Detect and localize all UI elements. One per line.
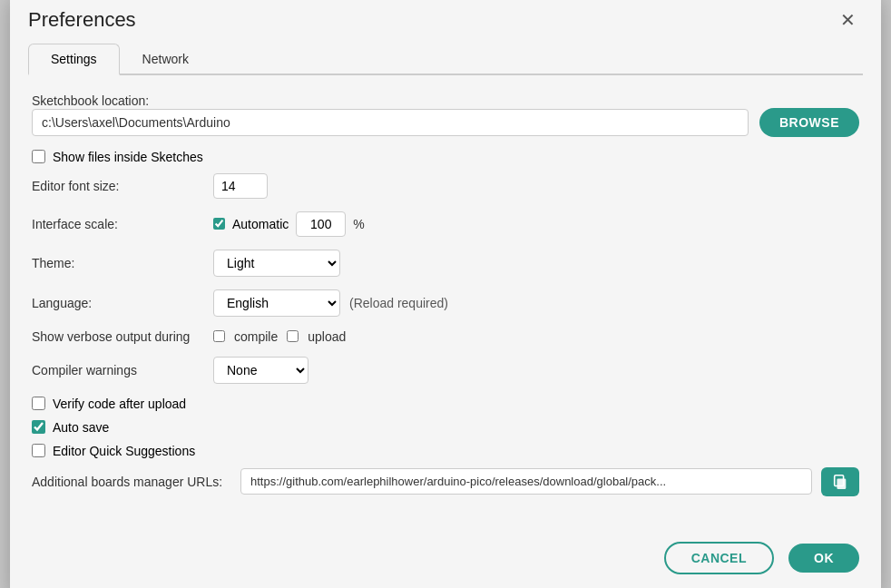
interface-scale-label: Interface scale: xyxy=(32,217,213,231)
percent-label: % xyxy=(353,217,364,231)
verbose-controls: compile upload xyxy=(213,329,346,344)
theme-select[interactable]: Light Dark xyxy=(213,250,340,277)
compiler-warnings-select[interactable]: None Default More All xyxy=(213,357,308,384)
tab-network[interactable]: Network xyxy=(120,44,211,75)
verify-code-label: Verify code after upload xyxy=(53,397,186,411)
auto-save-checkbox[interactable] xyxy=(32,420,45,434)
tab-bar: Settings Network xyxy=(28,42,863,75)
copy-url-button[interactable] xyxy=(821,467,859,496)
font-size-label: Editor font size: xyxy=(32,179,213,193)
verify-code-checkbox[interactable] xyxy=(32,397,45,410)
auto-save-row: Auto save xyxy=(32,420,859,435)
svg-rect-0 xyxy=(837,478,846,489)
show-files-checkbox[interactable] xyxy=(32,150,45,163)
reload-note: (Reload required) xyxy=(349,296,448,310)
font-size-input[interactable] xyxy=(213,173,268,199)
font-size-row: Editor font size: xyxy=(32,173,859,199)
settings-content: Sketchbook location: BROWSE Show files i… xyxy=(10,75,881,527)
verify-code-row: Verify code after upload xyxy=(32,397,859,411)
compiler-warnings-label: Compiler warnings xyxy=(32,363,213,377)
verbose-compile-checkbox[interactable] xyxy=(213,330,225,342)
show-files-label: Show files inside Sketches xyxy=(53,150,203,164)
dialog-header: Preferences ✕ xyxy=(10,0,881,33)
show-files-row: Show files inside Sketches xyxy=(32,150,859,164)
scale-controls: Automatic % xyxy=(213,211,365,237)
compiler-warnings-row: Compiler warnings None Default More All xyxy=(32,357,859,384)
auto-save-label: Auto save xyxy=(53,420,109,435)
verbose-label: Show verbose output during xyxy=(32,329,213,344)
verbose-row: Show verbose output during compile uploa… xyxy=(32,329,859,344)
close-button[interactable]: ✕ xyxy=(833,7,863,33)
compile-label: compile xyxy=(234,329,278,344)
automatic-checkbox[interactable] xyxy=(213,218,225,230)
theme-row: Theme: Light Dark xyxy=(32,250,859,277)
sketchbook-location-section: Sketchbook location: BROWSE xyxy=(32,93,859,142)
urls-row: Additional boards manager URLs: xyxy=(32,467,859,496)
preferences-dialog: Preferences ✕ Settings Network Sketchboo… xyxy=(10,0,881,588)
dialog-title: Preferences xyxy=(28,8,136,32)
interface-scale-row: Interface scale: Automatic % xyxy=(32,211,859,237)
urls-label: Additional boards manager URLs: xyxy=(32,475,240,489)
verbose-upload-checkbox[interactable] xyxy=(287,330,299,342)
dialog-footer: CANCEL OK xyxy=(10,527,881,589)
copy-icon xyxy=(832,474,848,490)
automatic-label: Automatic xyxy=(232,217,289,231)
sketchbook-path-row: BROWSE xyxy=(32,108,859,137)
urls-input[interactable] xyxy=(240,468,812,495)
scale-input[interactable] xyxy=(296,211,346,237)
language-row: Language: English Deutsch Español França… xyxy=(32,289,859,317)
language-label: Language: xyxy=(32,296,213,310)
sketchbook-path-input[interactable] xyxy=(32,109,749,136)
language-select[interactable]: English Deutsch Español Français xyxy=(213,289,340,317)
quick-suggestions-row: Editor Quick Suggestions xyxy=(32,444,859,458)
ok-button[interactable]: OK xyxy=(788,544,859,573)
theme-label: Theme: xyxy=(32,256,213,270)
cancel-button[interactable]: CANCEL xyxy=(664,542,774,574)
browse-button[interactable]: BROWSE xyxy=(759,108,859,137)
upload-label: upload xyxy=(308,329,346,344)
quick-suggestions-label: Editor Quick Suggestions xyxy=(53,444,195,458)
quick-suggestions-checkbox[interactable] xyxy=(32,444,45,457)
sketchbook-location-label: Sketchbook location: xyxy=(32,93,213,108)
tab-settings[interactable]: Settings xyxy=(28,44,120,75)
